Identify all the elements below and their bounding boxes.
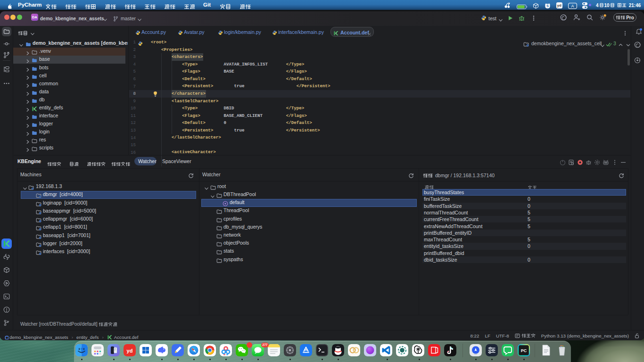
svg-text:A: A [571,4,574,8]
svg-text:S: S [546,4,549,8]
svg-text:yd: yd [127,348,133,354]
svg-text:PC: PC [521,348,527,353]
